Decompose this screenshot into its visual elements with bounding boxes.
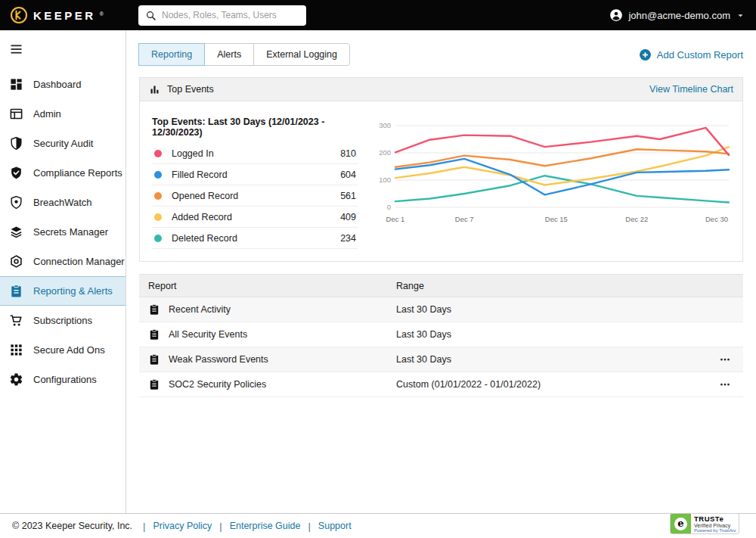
keeper-logo-icon bbox=[10, 6, 28, 24]
add-custom-report-button[interactable]: Add Custom Report bbox=[639, 48, 743, 61]
panel-title: Top Events bbox=[167, 84, 214, 95]
brand-name: KEEPER bbox=[33, 9, 96, 22]
line-chart: 0100200300Dec 1Dec 7Dec 15Dec 22Dec 30 bbox=[374, 115, 732, 230]
main-content: Reporting Alerts External Logging Add Cu… bbox=[126, 30, 756, 513]
footer-link-privacy-policy[interactable]: Privacy Policy bbox=[153, 521, 212, 531]
svg-text:300: 300 bbox=[379, 121, 391, 129]
report-range: Last 30 Days bbox=[396, 354, 707, 365]
sidebar-item-label: BreachWatch bbox=[33, 197, 92, 208]
report-name: Weak Password Events bbox=[169, 354, 268, 365]
copyright-text: © 2023 Keeper Security, Inc. bbox=[12, 521, 132, 531]
footer-link-support[interactable]: Support bbox=[318, 521, 352, 531]
sidebar-item-label: Secure Add Ons bbox=[33, 344, 105, 356]
legend-title: Top Events: Last 30 Days (12/01/2023 - 1… bbox=[152, 109, 358, 143]
top-events-title-group: Top Events bbox=[149, 84, 214, 95]
top-events-legend: Top Events: Last 30 Days (12/01/2023 - 1… bbox=[152, 109, 358, 249]
sidebar: Dashboard Admin Security Audit Complianc… bbox=[0, 30, 126, 513]
report-range: Custom (01/01/2022 - 01/01/2022) bbox=[396, 379, 707, 390]
legend-row: Opened Record 561 bbox=[152, 185, 358, 207]
column-header-report: Report bbox=[139, 281, 396, 291]
svg-text:Dec 30: Dec 30 bbox=[705, 215, 728, 223]
bar-chart-icon bbox=[149, 84, 160, 95]
view-timeline-chart-link[interactable]: View Timeline Chart bbox=[649, 84, 733, 95]
footer-link-enterprise-guide[interactable]: Enterprise Guide bbox=[230, 521, 301, 531]
legend-dot bbox=[154, 192, 162, 200]
add-custom-report-label: Add Custom Report bbox=[657, 49, 743, 61]
sidebar-item-reporting-alerts[interactable]: Reporting & Alerts bbox=[0, 276, 125, 306]
sidebar-item-connection-manager[interactable]: Connection Manager bbox=[0, 247, 125, 276]
report-name: All Security Events bbox=[169, 329, 247, 340]
secure-add-ons-icon bbox=[9, 343, 23, 357]
clipboard-icon bbox=[148, 378, 160, 390]
svg-text:Dec 22: Dec 22 bbox=[625, 215, 648, 223]
sidebar-item-label: Subscriptions bbox=[33, 315, 92, 326]
legend-row: Logged In 810 bbox=[152, 143, 358, 164]
svg-text:100: 100 bbox=[379, 176, 391, 184]
legend-dot bbox=[154, 235, 162, 242]
keeper-logo[interactable]: KEEPER ® bbox=[0, 6, 126, 24]
reporting-alerts-icon bbox=[9, 284, 23, 298]
tab-reporting[interactable]: Reporting bbox=[138, 43, 205, 66]
legend-row: Deleted Record 234 bbox=[152, 228, 358, 249]
global-search[interactable] bbox=[138, 5, 306, 26]
report-name: Recent Activity bbox=[169, 304, 231, 315]
tab-label: External Logging bbox=[266, 49, 337, 60]
row-actions-button[interactable] bbox=[717, 377, 733, 392]
legend-label: Added Record bbox=[172, 212, 232, 222]
table-row[interactable]: All Security Events Last 30 Days bbox=[139, 322, 743, 347]
svg-text:0: 0 bbox=[387, 203, 391, 211]
dashboard-icon bbox=[9, 77, 23, 92]
legend-label: Deleted Record bbox=[172, 233, 237, 244]
registered-mark: ® bbox=[100, 11, 104, 17]
legend-value: 234 bbox=[340, 233, 358, 244]
sidebar-item-secure-add-ons[interactable]: Secure Add Ons bbox=[0, 335, 125, 365]
clipboard-icon bbox=[148, 303, 160, 316]
tab-external-logging[interactable]: External Logging bbox=[253, 43, 350, 66]
sidebar-item-admin[interactable]: Admin bbox=[0, 99, 125, 129]
sidebar-item-dashboard[interactable]: Dashboard bbox=[0, 70, 125, 99]
truste-badge[interactable]: e TRUSTe Verified Privacy Powered by Tru… bbox=[670, 513, 739, 534]
legend-row: Added Record 409 bbox=[152, 207, 358, 228]
hamburger-icon bbox=[10, 44, 23, 54]
sidebar-item-secrets-manager[interactable]: Secrets Manager bbox=[0, 217, 125, 247]
sidebar-item-subscriptions[interactable]: Subscriptions bbox=[0, 306, 125, 335]
account-menu[interactable]: john@acme-demo.com bbox=[609, 8, 745, 22]
ellipsis-icon bbox=[719, 378, 731, 390]
sidebar-item-label: Reporting & Alerts bbox=[33, 285, 113, 297]
sidebar-item-label: Compliance Reports bbox=[33, 167, 122, 179]
column-header-range: Range bbox=[396, 281, 707, 291]
table-row[interactable]: Weak Password Events Last 30 Days bbox=[139, 347, 743, 372]
search-icon bbox=[145, 10, 156, 21]
legend-value: 810 bbox=[340, 148, 358, 159]
top-events-header: Top Events View Timeline Chart bbox=[140, 78, 742, 101]
search-input[interactable] bbox=[162, 10, 299, 20]
sidebar-item-security-audit[interactable]: Security Audit bbox=[0, 129, 125, 158]
collapse-menu-button[interactable] bbox=[0, 37, 125, 70]
footer-separator: | bbox=[300, 521, 318, 532]
footer: © 2023 Keeper Security, Inc. | Privacy P… bbox=[0, 513, 756, 538]
chevron-down-icon bbox=[736, 11, 745, 20]
report-name: SOC2 Security Policies bbox=[169, 379, 266, 390]
sidebar-item-configurations[interactable]: Configurations bbox=[0, 365, 125, 394]
report-tabs: Reporting Alerts External Logging bbox=[139, 43, 350, 66]
legend-dot bbox=[154, 171, 162, 179]
footer-separator: | bbox=[212, 521, 229, 532]
sidebar-item-breachwatch[interactable]: BreachWatch bbox=[0, 188, 125, 217]
row-actions-button[interactable] bbox=[717, 352, 733, 367]
table-row[interactable]: SOC2 Security Policies Custom (01/01/202… bbox=[139, 372, 743, 397]
legend-value: 561 bbox=[340, 191, 358, 201]
reports-table-body: Recent Activity Last 30 Days All Securit… bbox=[139, 297, 743, 397]
sidebar-item-label: Dashboard bbox=[33, 79, 82, 90]
table-row[interactable]: Recent Activity Last 30 Days bbox=[139, 297, 743, 322]
legend-value: 604 bbox=[340, 169, 358, 180]
tab-alerts[interactable]: Alerts bbox=[204, 43, 254, 66]
svg-text:Dec 15: Dec 15 bbox=[545, 215, 568, 223]
compliance-reports-icon bbox=[9, 166, 23, 180]
tab-label: Reporting bbox=[151, 49, 192, 60]
configurations-icon bbox=[9, 372, 23, 387]
secrets-manager-icon bbox=[9, 225, 23, 239]
sidebar-item-compliance-reports[interactable]: Compliance Reports bbox=[0, 158, 125, 188]
legend-value: 409 bbox=[340, 212, 358, 222]
report-range: Last 30 Days bbox=[396, 329, 707, 340]
sidebar-item-label: Connection Manager bbox=[33, 256, 125, 267]
